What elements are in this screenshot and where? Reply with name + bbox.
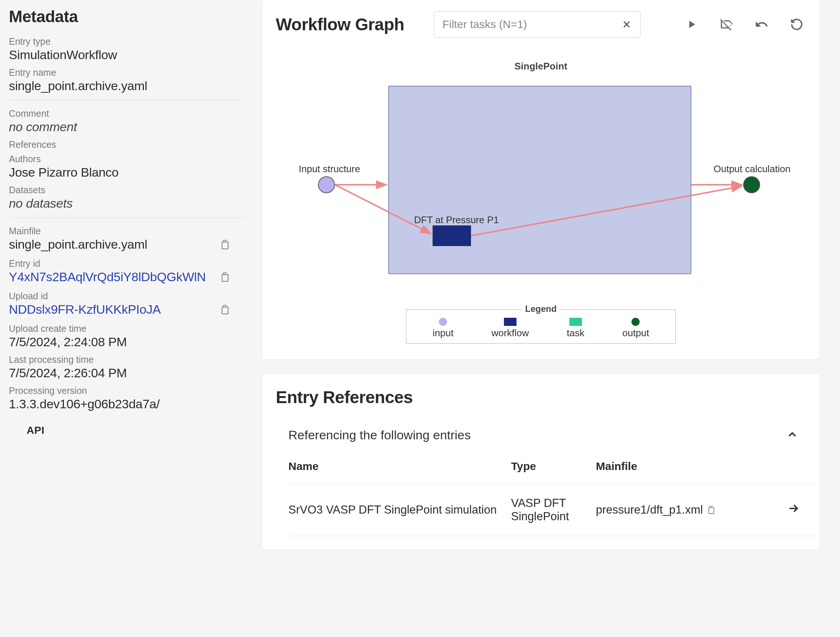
divider [9,100,245,100]
metadata-heading: Metadata [9,7,254,26]
legend-workflow-icon [504,318,516,326]
divider [9,217,245,218]
col-type: Type [511,453,595,484]
col-mainfile: Mainfile [596,453,777,484]
legend-workflow-label: workflow [491,327,529,339]
references-table: Name Type Mainfile SrVO3 VASP DFT Single… [288,453,819,536]
legend-task-label: task [567,327,584,339]
processing-version-value: 1.3.3.dev106+g06b23da7a/ [9,397,254,411]
chevron-up-icon [786,428,799,442]
upload-create-label: Upload create time [9,323,254,334]
entry-name-label: Entry name [9,67,254,78]
entry-id-value[interactable]: Y4xN7s2BAqlVrQd5iY8lDbQGkWlN [9,270,206,284]
clipboard-icon[interactable] [220,239,231,251]
legend-output-label: output [622,327,649,339]
input-node[interactable] [318,176,335,193]
datasets-label: Datasets [9,185,254,196]
upload-id-value[interactable]: NDDslx9FR-KzfUKKkPIoJA [9,302,161,317]
api-button[interactable]: API [27,424,254,436]
arrow-right-icon[interactable] [787,505,800,518]
workflow-graph-title: Workflow Graph [276,14,404,35]
metadata-sidebar: Metadata Entry type SimulationWorkflow E… [0,0,262,637]
mainfile-label: Mainfile [9,226,254,237]
legend-task-icon [569,318,582,326]
filter-placeholder: Filter tasks (N=1) [442,18,527,31]
legend-task: task [567,318,584,339]
comment-value: no comment [9,120,254,134]
output-node-label: Output calculation [714,163,791,175]
entry-references-card: Entry References Referencing the followi… [262,374,819,549]
upload-id-label: Upload id [9,291,254,301]
table-row[interactable]: SrVO3 VASP DFT SinglePoint simulation VA… [288,484,819,536]
task-node-label: DFT at Pressure P1 [414,214,499,226]
legend-input: input [433,318,453,339]
authors-value: Jose Pizarro Blanco [9,165,254,180]
col-name: Name [288,453,511,484]
legend-title: Legend [522,304,559,314]
entry-type-value: SimulationWorkflow [9,48,254,62]
task-node[interactable] [433,225,471,246]
upload-create-value: 7/5/2024, 2:24:08 PM [9,335,254,349]
datasets-value: no datasets [9,196,254,211]
graph-legend: Legend input workflow task output [406,309,676,344]
entry-name-value: single_point.archive.yaml [9,79,254,93]
reset-icon[interactable] [790,17,804,32]
graph-workflow-label: SinglePoint [262,52,819,72]
referencing-entries-toggle[interactable]: Referencing the following entries [276,425,806,453]
entry-type-label: Entry type [9,36,254,47]
ref-name: SrVO3 VASP DFT SinglePoint simulation [288,484,511,536]
last-processing-value: 7/5/2024, 2:26:04 PM [9,366,254,380]
legend-input-label: input [433,327,453,339]
referencing-subheader: Referencing the following entries [288,428,471,442]
legend-workflow: workflow [491,318,529,339]
references-label: References [9,139,254,150]
clipboard-icon[interactable] [220,304,231,315]
undo-icon[interactable] [755,17,769,32]
play-icon[interactable] [685,17,698,32]
entry-id-label: Entry id [9,258,254,269]
output-node[interactable] [743,176,760,193]
legend-output: output [622,318,649,339]
close-icon[interactable] [621,19,632,30]
entry-references-title: Entry References [276,387,806,407]
processing-version-label: Processing version [9,385,254,396]
authors-label: Authors [9,154,254,164]
legend-output-icon [632,318,639,326]
label-off-icon[interactable] [719,17,733,32]
mainfile-value: single_point.archive.yaml [9,237,147,252]
workflow-graph-card: Workflow Graph Filter tasks (N=1) [262,0,819,359]
clipboard-icon[interactable] [707,505,716,515]
legend-input-icon [439,318,447,326]
input-node-label: Input structure [299,163,360,175]
clipboard-icon[interactable] [220,271,231,283]
ref-mainfile: pressure1/dft_p1.xml [596,503,703,517]
workflow-graph-canvas[interactable]: SinglePoint Input structure DFT at Press… [262,52,819,348]
last-processing-label: Last processing time [9,354,254,365]
comment-label: Comment [9,108,254,119]
main-content: Workflow Graph Filter tasks (N=1) [262,0,840,637]
ref-mainfile-cell: pressure1/dft_p1.xml [596,484,777,536]
filter-tasks-input[interactable]: Filter tasks (N=1) [434,11,641,38]
ref-type: VASP DFT SinglePoint [511,484,595,536]
